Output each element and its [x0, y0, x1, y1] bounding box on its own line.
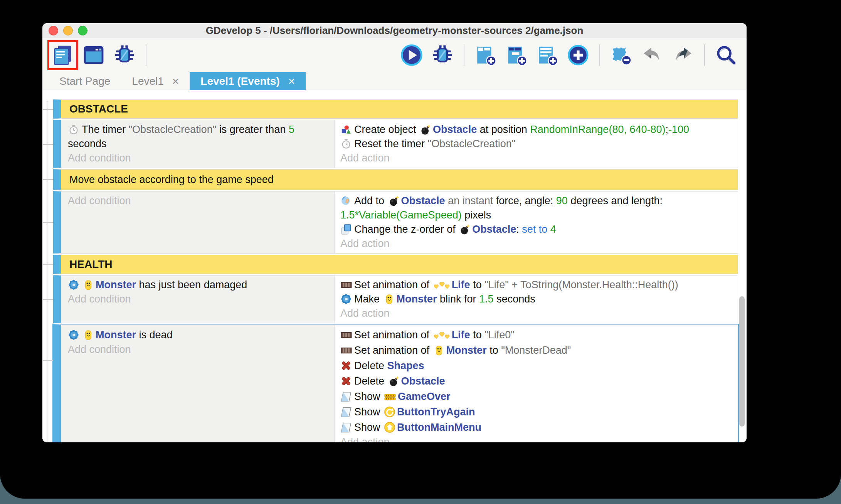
action-sentence[interactable]: Show ButtonTryAgain: [340, 404, 734, 420]
events-sheet-button[interactable]: [50, 42, 76, 68]
add-action-link[interactable]: Add action: [340, 435, 734, 442]
events-sheet-icon: [52, 44, 74, 66]
tab-label: Level1 (Events): [200, 75, 279, 87]
window-title: GDevelop 5 - /Users/florian/Downloads/ge…: [206, 25, 584, 37]
plus-circle-icon: [567, 44, 589, 66]
event-row-selected[interactable]: Monster is dead Add condition Set animat…: [53, 324, 738, 442]
monster-icon: [433, 344, 445, 356]
condition-sentence[interactable]: The timer "ObstacleCreation" is greater …: [68, 123, 331, 151]
add-condition-link[interactable]: Add condition: [68, 151, 331, 165]
tab-level1-events[interactable]: Level1 (Events) ×: [190, 72, 306, 90]
conditions-cell: Monster is dead Add condition: [61, 325, 335, 442]
comment-row[interactable]: Move obstacle according to the game spee…: [53, 169, 738, 190]
actions-cell: Set animation of Life to "Life0" Set ani…: [335, 325, 738, 442]
animation-icon: [340, 344, 352, 356]
desktop-background-strip: [0, 499, 841, 504]
action-sentence[interactable]: Set animation of Monster to "MonsterDead…: [340, 343, 734, 358]
bug-icon: [431, 44, 454, 66]
timer-icon: [340, 138, 352, 150]
action-sentence[interactable]: Make Monster blink for 1.5 seconds: [340, 292, 734, 306]
add-event-button[interactable]: [473, 42, 498, 68]
event-row[interactable]: The timer "ObstacleCreation" is greater …: [53, 120, 738, 168]
play-icon: [400, 44, 423, 66]
action-sentence[interactable]: Set animation of Life to "Life" + ToStri…: [340, 278, 734, 292]
action-sentence[interactable]: Add to Obstacle an instant force, angle:…: [340, 194, 734, 222]
redo-button[interactable]: [670, 42, 696, 68]
add-condition-link[interactable]: Add condition: [68, 194, 331, 208]
add-condition-link[interactable]: Add condition: [68, 292, 331, 306]
action-sentence[interactable]: Create object Obstacle at position Rando…: [340, 123, 734, 137]
tab-close-icon[interactable]: ×: [172, 76, 179, 87]
toolbar-right-group: [399, 42, 739, 68]
action-sentence[interactable]: Change the z-order of Obstacle: set to 4: [340, 222, 734, 237]
add-action-link[interactable]: Add action: [340, 237, 734, 251]
add-comment-icon: [536, 44, 558, 66]
tab-start-page[interactable]: Start Page: [49, 72, 121, 90]
tree-guide-tick: [43, 299, 53, 300]
close-button[interactable]: [49, 26, 58, 35]
action-sentence[interactable]: Set animation of Life to "Life0": [340, 327, 734, 343]
tree-guide-tick: [43, 222, 53, 223]
add-subevent-icon: [505, 44, 528, 66]
behavior-gear-icon: [68, 329, 79, 341]
actions-cell: Add to Obstacle an instant force, angle:…: [335, 192, 738, 253]
event-row[interactable]: Monster has just been damaged Add condit…: [53, 275, 738, 323]
visibility-icon: [340, 406, 352, 418]
z-order-icon: [340, 223, 352, 235]
debugger-button[interactable]: [112, 42, 137, 68]
condition-sentence[interactable]: Monster has just been damaged: [68, 278, 331, 292]
tryagain-icon: [384, 406, 395, 418]
delete-cross-icon: [340, 360, 352, 371]
add-subevent-button[interactable]: [504, 42, 529, 68]
action-sentence[interactable]: Show GameOver: [340, 389, 734, 404]
event-row[interactable]: Add condition Add to Obstacle an instant…: [53, 191, 738, 254]
visibility-icon: [340, 391, 352, 402]
behavior-gear-icon: [68, 279, 79, 291]
life-hearts-icon: [433, 330, 450, 341]
group-header-row[interactable]: HEALTH: [53, 255, 738, 274]
conditions-cell: The timer "ObstacleCreation" is greater …: [61, 120, 335, 168]
tab-close-icon[interactable]: ×: [288, 76, 295, 87]
toolbar-left-group: [50, 42, 150, 68]
vertical-scrollbar-thumb[interactable]: [739, 296, 745, 427]
toolbar-divider: [146, 44, 146, 66]
action-sentence[interactable]: Reset the timer "ObstacleCreation": [340, 137, 734, 151]
add-comment-button[interactable]: [535, 42, 560, 68]
undo-button[interactable]: [639, 42, 665, 68]
visibility-icon: [340, 422, 352, 433]
force-icon: [340, 195, 352, 207]
toolbar-divider: [599, 44, 600, 66]
bomb-icon: [420, 124, 431, 135]
add-condition-link[interactable]: Add condition: [68, 343, 331, 357]
search-button[interactable]: [713, 42, 739, 68]
scene-editor-icon: [82, 44, 105, 66]
tab-level1[interactable]: Level1 ×: [121, 72, 190, 90]
tree-guide-line: [47, 101, 47, 442]
bomb-icon: [459, 223, 471, 235]
action-sentence[interactable]: Delete Obstacle: [340, 373, 734, 389]
zoom-button[interactable]: [78, 26, 87, 35]
minimize-button[interactable]: [63, 26, 73, 35]
behavior-gear-icon: [340, 293, 352, 305]
traffic-lights: [49, 23, 87, 38]
group-title: HEALTH: [69, 258, 112, 270]
add-new-event-button[interactable]: [565, 42, 591, 68]
condition-sentence[interactable]: Monster is dead: [68, 327, 331, 343]
add-action-link[interactable]: Add action: [340, 151, 734, 165]
tab-label: Level1: [132, 75, 164, 87]
tree-guide-tick: [43, 264, 53, 265]
tab-strip: Start Page Level1 × Level1 (Events) ×: [42, 72, 747, 90]
scene-editor-button[interactable]: [81, 42, 106, 68]
add-action-link[interactable]: Add action: [340, 306, 734, 321]
search-icon: [715, 44, 737, 66]
group-header-row[interactable]: OBSTACLE: [53, 99, 738, 119]
monster-icon: [383, 293, 395, 305]
bomb-icon: [388, 195, 400, 207]
delete-cross-icon: [340, 375, 352, 387]
preview-play-button[interactable]: [399, 42, 424, 68]
action-sentence[interactable]: Delete Shapes: [340, 358, 734, 373]
delete-selection-button[interactable]: [609, 42, 634, 68]
conditions-cell: Add condition: [61, 192, 335, 253]
action-sentence[interactable]: Show ButtonMainMenu: [340, 420, 734, 435]
debug-preview-button[interactable]: [430, 42, 455, 68]
